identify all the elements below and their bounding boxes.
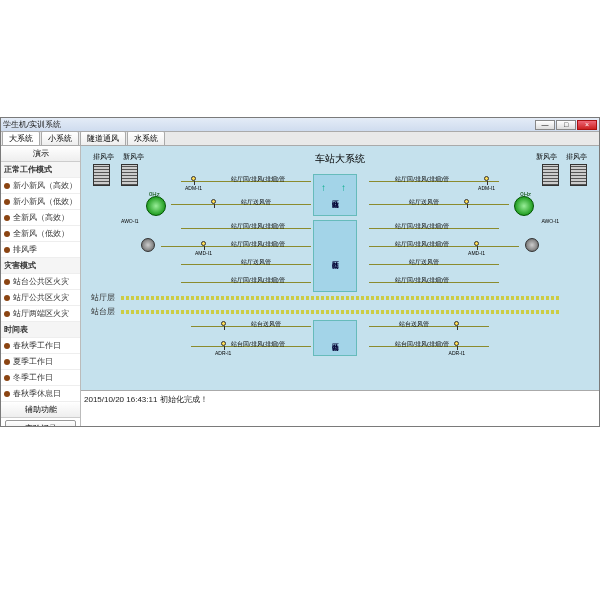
sidebar-item[interactable]: 夏季工作日 (1, 354, 80, 370)
sidebar-item[interactable]: 站厅两端区火灾 (1, 306, 80, 322)
duct-label: 站厅回/排风(排烟)管 (231, 276, 285, 285)
sidebar-item[interactable]: 冬季工作日 (1, 370, 80, 386)
bullet-icon (4, 375, 10, 381)
arrow-up-icon: ↑ (321, 182, 326, 193)
log-panel: 2015/10/20 16:43:11 初始化完成！ (81, 390, 599, 426)
tab-bar: 大系统 小系统 隧道通风 水系统 (1, 132, 599, 146)
tab-small-system[interactable]: 小系统 (41, 131, 79, 145)
zone-top: 站台商业区 (313, 174, 357, 216)
damper-icon[interactable] (484, 176, 489, 181)
sidebar-item[interactable]: 春秋季工作日 (1, 338, 80, 354)
damper-icon[interactable] (191, 176, 196, 181)
label-exhaust-left: 排风亭 (93, 152, 114, 162)
close-button[interactable]: × (577, 120, 597, 130)
bullet-icon (4, 199, 10, 205)
fan-icon[interactable] (514, 196, 534, 216)
duct-label: 站厅送风管 (241, 198, 271, 207)
level-divider (121, 296, 559, 300)
zone-bot: 站台公共区 (313, 320, 357, 356)
damper-tag: AMD-I1 (195, 250, 212, 256)
damper-icon[interactable] (221, 321, 226, 326)
bullet-icon (4, 279, 10, 285)
damper-icon[interactable] (454, 341, 459, 346)
bullet-icon (4, 215, 10, 221)
duct-label: 站台回/排风(排烟)管 (231, 340, 285, 349)
duct-label: 站厅回/排风(排烟)管 (395, 175, 449, 184)
damper-tag: AWO-I1 (541, 218, 559, 224)
diagram-title: 车站大系统 (315, 152, 365, 166)
duct-label: 站厅回/排风(排烟)管 (395, 240, 449, 249)
damper-tag: ADM-I1 (185, 185, 202, 191)
bullet-icon (4, 183, 10, 189)
arrow-up-icon: ↑ (341, 182, 346, 193)
duct-label: 站台送风管 (399, 320, 429, 329)
sidebar-item[interactable]: 全新风（高效） (1, 210, 80, 226)
zone-mid: 站厅公共区 (313, 220, 357, 292)
minimize-button[interactable]: — (535, 120, 555, 130)
app-window: 学生机/实训系统 — □ × 大系统 小系统 隧道通风 水系统 演示 正常工作模… (0, 117, 600, 427)
sidebar-item[interactable]: 站厅公共区火灾 (1, 290, 80, 306)
duct-label: 站厅送风管 (409, 258, 439, 267)
label-fresh-left: 新风亭 (123, 152, 144, 162)
damper-icon[interactable] (221, 341, 226, 346)
bullet-icon (4, 391, 10, 397)
damper-tag: AMD-I1 (468, 250, 485, 256)
label-exhaust-right: 排风亭 (566, 152, 587, 162)
sidebar-item[interactable]: 全新风（低效） (1, 226, 80, 242)
bullet-icon (4, 311, 10, 317)
damper-icon[interactable] (454, 321, 459, 326)
duct-label: 站厅回/排风(排烟)管 (395, 222, 449, 231)
level-hall-label: 站厅层 (91, 292, 115, 303)
level-divider (121, 310, 559, 314)
sidebar-heading-demo: 演示 (1, 146, 80, 162)
tab-water-system[interactable]: 水系统 (127, 131, 165, 145)
damper-icon[interactable] (211, 199, 216, 204)
sidebar-item[interactable]: 时间表 (1, 322, 80, 338)
damper-tag: ADR-I1 (449, 350, 465, 356)
sidebar-item[interactable]: 排风季 (1, 242, 80, 258)
damper-icon[interactable] (464, 199, 469, 204)
duct-label: 站厅回/排风(排烟)管 (231, 240, 285, 249)
duct-label: 站厅回/排风(排烟)管 (231, 222, 285, 231)
sidebar-item[interactable]: 春秋季休息日 (1, 386, 80, 402)
label-fresh-right: 新风亭 (536, 152, 557, 162)
damper-tag: ADM-I1 (478, 185, 495, 191)
chamber-icon (542, 164, 559, 186)
pipe (369, 204, 509, 205)
titlebar: 学生机/实训系统 — □ × (1, 118, 599, 132)
damper-icon[interactable] (201, 241, 206, 246)
diagram-canvas[interactable]: 车站大系统 排风亭 新风亭 新风亭 排风亭 0Hz 0Hz 站台商业区 站厅公共… (81, 146, 599, 390)
chamber-icon (570, 164, 587, 186)
chamber-icon (93, 164, 110, 186)
duct-label: 站厅送风管 (409, 198, 439, 207)
pipe (369, 326, 489, 327)
tab-large-system[interactable]: 大系统 (2, 131, 40, 145)
damper-icon[interactable] (474, 241, 479, 246)
damper-tag: ADR-I1 (215, 350, 231, 356)
sidebar-item[interactable]: 灾害模式 (1, 258, 80, 274)
damper-tag: AWO-I1 (121, 218, 139, 224)
level-platform-label: 站台层 (91, 306, 115, 317)
log-entry: 2015/10/20 16:43:11 初始化完成！ (84, 394, 596, 405)
sidebar: 演示 正常工作模式 新小新风（高效） 新小新风（低效） 全新风（高效） 全新风（… (1, 146, 81, 426)
window-title: 学生机/实训系统 (3, 119, 534, 130)
duct-label: 站厅回/排风(排烟)管 (231, 175, 285, 184)
sidebar-item[interactable]: 站台公共区火灾 (1, 274, 80, 290)
sidebar-item[interactable]: 新小新风（高效） (1, 178, 80, 194)
fan-small-icon[interactable] (141, 238, 155, 252)
duct-label: 站台送风管 (251, 320, 281, 329)
bullet-icon (4, 343, 10, 349)
fan-icon[interactable] (146, 196, 166, 216)
sidebar-item[interactable]: 正常工作模式 (1, 162, 80, 178)
bullet-icon (4, 295, 10, 301)
sidebar-item[interactable]: 新小新风（低效） (1, 194, 80, 210)
bullet-icon (4, 247, 10, 253)
chamber-icon (121, 164, 138, 186)
fan-small-icon[interactable] (525, 238, 539, 252)
duct-label: 站台回/排风(排烟)管 (395, 340, 449, 349)
bullet-icon (4, 359, 10, 365)
maximize-button[interactable]: □ (556, 120, 576, 130)
duct-label: 站厅回/排风(排烟)管 (395, 276, 449, 285)
tab-tunnel-vent[interactable]: 隧道通风 (80, 131, 126, 145)
record-button[interactable]: 实验记录 (5, 420, 76, 426)
